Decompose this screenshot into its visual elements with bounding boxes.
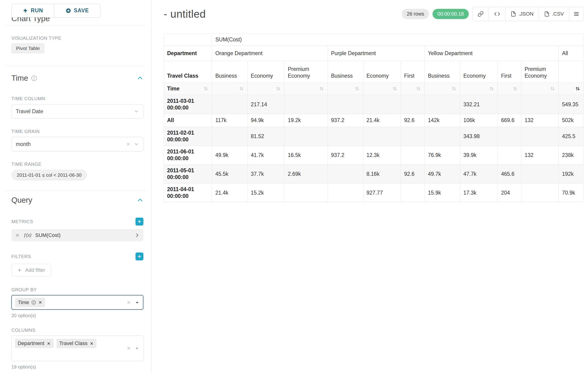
pivot-department-header: All <box>559 46 584 61</box>
view-query-button[interactable] <box>489 7 505 21</box>
chevron-right-icon[interactable] <box>135 233 140 238</box>
clear-icon[interactable] <box>126 142 131 147</box>
row-count-badge: 26 rows <box>402 9 429 19</box>
pivot-value-cell: 92.6 <box>401 114 425 127</box>
query-section-header[interactable]: Query <box>11 196 143 205</box>
pivot-value-cell: 21.4k <box>212 183 247 202</box>
export-csv-button[interactable]: .CSV <box>539 7 569 21</box>
sort-icon[interactable] <box>550 86 555 91</box>
run-button-label: RUN <box>31 7 43 14</box>
chart-title[interactable]: - untitled <box>164 8 206 20</box>
remove-chip-icon[interactable] <box>90 341 94 345</box>
sort-icon[interactable] <box>354 86 360 91</box>
lightning-icon <box>22 8 28 13</box>
time-range-label: TIME RANGE <box>11 162 143 167</box>
pivot-value-cell <box>498 146 521 165</box>
pivot-value-cell <box>401 95 425 114</box>
chart-header-actions: 26 rows 00:00:00.18 .JSON .CSV <box>402 7 584 21</box>
pivot-class-header: Business <box>328 61 363 83</box>
divider <box>5 66 146 66</box>
sort-icon[interactable] <box>575 86 580 91</box>
add-filter-icon-button[interactable] <box>136 253 143 260</box>
chevron-up-icon[interactable] <box>137 197 143 203</box>
columns-chip-label: Travel Class <box>59 340 87 346</box>
pivot-row-dimension-header[interactable]: Time <box>164 83 212 95</box>
sort-icon[interactable] <box>392 86 398 91</box>
pivot-sort-header[interactable] <box>559 83 584 95</box>
pivot-sort-header[interactable] <box>425 83 460 95</box>
sort-icon[interactable] <box>203 86 209 91</box>
pivot-sort-header[interactable] <box>401 83 425 95</box>
pivot-value-cell <box>284 95 328 114</box>
visualization-type-label: VISUALIZATION TYPE <box>11 36 143 41</box>
pivot-value-cell: 49.7k <box>425 165 460 183</box>
sort-icon[interactable] <box>451 86 457 91</box>
plus-icon <box>137 254 142 259</box>
time-range-pill[interactable]: 2011-01-01 ≤ col < 2011-06-30 <box>11 170 87 181</box>
pivot-sort-header[interactable] <box>284 83 328 95</box>
copy-link-button[interactable] <box>472 7 489 21</box>
metric-chip[interactable]: ƒ(x) SUM(Cost) <box>11 229 143 241</box>
remove-chip-icon[interactable] <box>38 300 42 304</box>
add-filter-label: Add filter <box>25 267 45 273</box>
menu-button[interactable] <box>569 7 584 21</box>
pivot-value-cell: 106k <box>460 114 498 127</box>
export-json-button[interactable]: .JSON <box>505 7 539 21</box>
pivot-value-cell: 37.7k <box>247 165 284 183</box>
clear-icon[interactable] <box>126 346 131 351</box>
viz-type-pill[interactable]: Pivot Table <box>11 43 44 53</box>
pivot-data-row: 2011-02-01 00:00:0081.52343.98425.5 <box>164 127 584 146</box>
remove-chip-icon[interactable] <box>47 341 51 345</box>
pivot-sort-header[interactable] <box>521 83 559 95</box>
pivot-value-cell <box>425 95 460 114</box>
pivot-table: SUM(Cost)DepartmentOrange DepartmentPurp… <box>164 33 584 202</box>
chevron-up-icon[interactable] <box>137 75 143 81</box>
info-icon <box>31 300 36 305</box>
pivot-sort-header[interactable] <box>212 83 247 95</box>
sort-icon[interactable] <box>513 86 518 91</box>
remove-metric-icon[interactable] <box>15 233 20 238</box>
group-by-options-hint: 20 option(s) <box>11 313 143 318</box>
pivot-data-row: 2011-06-01 00:00:0049.9k41.7k16.5k937.21… <box>164 146 584 165</box>
sort-icon[interactable] <box>239 86 244 91</box>
filters-header-row: FILTERS <box>11 253 143 260</box>
clear-icon[interactable] <box>126 300 131 305</box>
columns-chip-travel-class[interactable]: Travel Class <box>56 339 96 348</box>
chart-header: - untitled 26 rows 00:00:00.18 .JSON .CS… <box>164 7 584 21</box>
sort-icon[interactable] <box>276 86 281 91</box>
sort-icon[interactable] <box>319 86 324 91</box>
sort-icon[interactable] <box>489 86 494 91</box>
pivot-value-cell: 92.6 <box>401 165 425 183</box>
pivot-value-cell <box>328 127 363 146</box>
pivot-sort-header[interactable] <box>363 83 401 95</box>
pivot-sort-header[interactable] <box>460 83 498 95</box>
group-by-chip-label: Time <box>18 299 29 306</box>
pivot-sort-header[interactable] <box>328 83 363 95</box>
add-metric-button[interactable] <box>136 218 143 225</box>
add-filter-button[interactable]: Add filter <box>11 264 51 276</box>
run-button[interactable]: RUN <box>11 4 54 17</box>
save-button[interactable]: SAVE <box>54 4 100 17</box>
time-grain-select[interactable]: month <box>11 137 143 151</box>
action-button-group: RUN SAVE <box>11 4 143 17</box>
time-section-header[interactable]: Time <box>11 74 143 83</box>
columns-select[interactable]: Department Travel Class <box>11 336 143 361</box>
info-icon <box>31 75 37 81</box>
pivot-sort-header[interactable] <box>247 83 284 95</box>
pivot-value-cell: 332.21 <box>460 95 498 114</box>
pivot-value-cell: 132 <box>521 146 559 165</box>
pivot-class-header: First <box>498 61 521 83</box>
pivot-department-header: Yellow Department <box>425 46 559 61</box>
pivot-value-cell: 238k <box>559 146 584 165</box>
pivot-value-cell: 937.2 <box>328 114 363 127</box>
columns-chip-department[interactable]: Department <box>15 339 53 348</box>
group-by-select[interactable]: Time <box>11 295 143 310</box>
time-column-select[interactable]: Travel Date <box>11 104 143 118</box>
sort-icon[interactable] <box>416 86 421 91</box>
pivot-sort-header[interactable] <box>498 83 521 95</box>
group-by-chip[interactable]: Time <box>15 298 45 307</box>
pivot-table-container: SUM(Cost)DepartmentOrange DepartmentPurp… <box>164 33 584 202</box>
filters-label: FILTERS <box>11 254 31 259</box>
time-section-title: Time <box>11 74 28 83</box>
pivot-class-header: Economy <box>460 61 498 83</box>
